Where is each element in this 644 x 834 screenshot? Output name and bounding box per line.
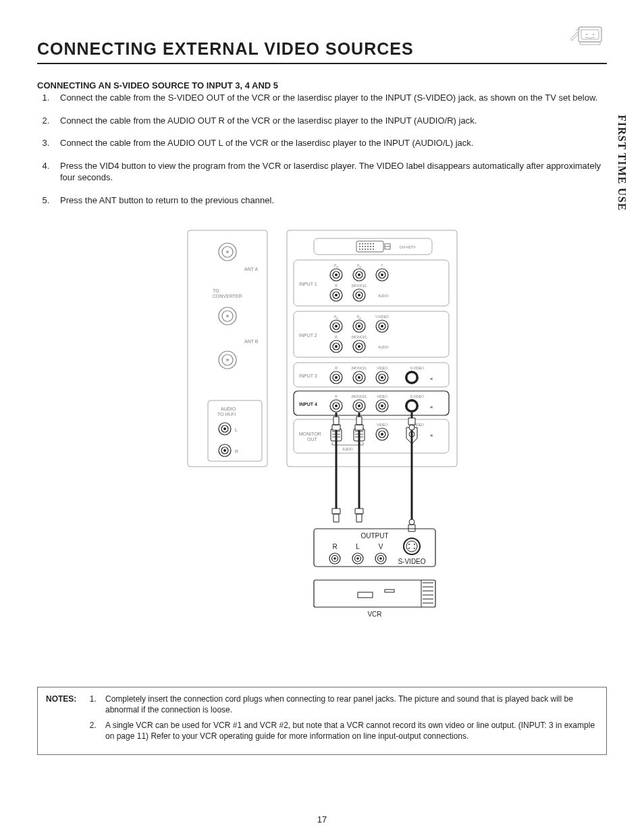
label-r: R bbox=[235, 449, 238, 454]
label-ant-a: ANT A bbox=[244, 267, 258, 271]
svg-rect-35 bbox=[365, 246, 366, 247]
svg-text:TOCONVERTER: TOCONVERTER bbox=[213, 288, 242, 298]
note-item: Completely insert the connection cord pl… bbox=[99, 694, 598, 715]
svg-rect-28 bbox=[362, 243, 363, 244]
svg-point-156 bbox=[406, 541, 417, 552]
svg-rect-0 bbox=[579, 27, 601, 42]
svg-point-98 bbox=[335, 376, 338, 379]
label-ant-b: ANT B bbox=[244, 339, 259, 344]
page-number: 17 bbox=[0, 814, 644, 825]
label-input4: INPUT 4 bbox=[299, 402, 317, 407]
svg-rect-161 bbox=[314, 580, 435, 607]
svg-text:◄: ◄ bbox=[429, 376, 433, 381]
svg-rect-41 bbox=[365, 249, 366, 250]
svg-point-133 bbox=[381, 433, 383, 436]
svg-rect-32 bbox=[373, 243, 374, 244]
svg-text:R: R bbox=[332, 543, 337, 550]
svg-point-23 bbox=[223, 449, 226, 452]
svg-point-89 bbox=[358, 345, 360, 348]
side-tab: FIRST TIME USE bbox=[616, 115, 628, 211]
svg-text:◄: ◄ bbox=[429, 405, 433, 409]
notes-list: Completely insert the connection cord pl… bbox=[86, 694, 598, 747]
notes-box: NOTES: Completely insert the connection … bbox=[37, 687, 607, 754]
svg-text:Y: Y bbox=[381, 263, 383, 267]
svg-point-78 bbox=[358, 325, 360, 328]
svg-point-118 bbox=[358, 405, 360, 407]
step-item: Connect the cable from the AUDIO OUT R o… bbox=[52, 115, 607, 127]
svg-text:R: R bbox=[335, 284, 338, 288]
svg-rect-31 bbox=[370, 243, 371, 244]
svg-point-154 bbox=[379, 557, 382, 560]
svg-rect-40 bbox=[362, 249, 363, 250]
svg-text:(MONO)/L: (MONO)/L bbox=[351, 366, 367, 370]
svg-text:R: R bbox=[335, 335, 338, 339]
svg-point-12 bbox=[226, 315, 229, 317]
svg-point-104 bbox=[381, 376, 383, 379]
svg-text:AUDIOTO HI-FI: AUDIOTO HI-FI bbox=[217, 407, 236, 417]
svg-text:VIDEO: VIDEO bbox=[377, 394, 387, 398]
svg-point-67 bbox=[358, 294, 360, 296]
svg-text:PB: PB bbox=[356, 263, 360, 269]
svg-text:(MONO)/L: (MONO)/L bbox=[351, 335, 367, 339]
svg-point-123 bbox=[407, 401, 417, 411]
svg-rect-27 bbox=[359, 243, 360, 244]
svg-text:PR: PR bbox=[333, 263, 338, 269]
svg-text:AUDIO: AUDIO bbox=[378, 345, 389, 349]
svg-text:VIDEO: VIDEO bbox=[377, 423, 387, 427]
svg-rect-1 bbox=[581, 30, 599, 39]
svg-point-2 bbox=[586, 34, 587, 35]
svg-rect-30 bbox=[367, 243, 369, 244]
svg-rect-34 bbox=[362, 246, 363, 247]
svg-text:PR: PR bbox=[333, 315, 338, 320]
svg-point-8 bbox=[226, 251, 229, 253]
label-to: TO bbox=[213, 288, 219, 293]
svg-rect-39 bbox=[359, 249, 360, 250]
svg-point-159 bbox=[408, 548, 410, 549]
svg-rect-44 bbox=[373, 249, 374, 250]
step-item: Press the ANT button to return to the pr… bbox=[52, 194, 607, 207]
svg-point-20 bbox=[223, 427, 226, 430]
svg-point-56 bbox=[358, 273, 360, 276]
label-l: L bbox=[235, 427, 238, 432]
label-input3: INPUT 3 bbox=[299, 373, 317, 378]
svg-text:MONITOROUT: MONITOROUT bbox=[299, 432, 321, 442]
step-item: Press the VID4 button to view the progra… bbox=[52, 160, 607, 184]
label-input1: INPUT 1 bbox=[299, 282, 317, 286]
svg-text:AUDIO: AUDIO bbox=[342, 447, 353, 451]
svg-point-157 bbox=[408, 544, 410, 545]
svg-text:(MONO)/L: (MONO)/L bbox=[351, 394, 367, 398]
svg-point-64 bbox=[335, 294, 338, 296]
svg-point-121 bbox=[381, 405, 383, 407]
svg-point-81 bbox=[381, 325, 383, 328]
svg-point-86 bbox=[335, 345, 338, 348]
svg-point-148 bbox=[333, 557, 336, 560]
svg-text:S-VIDEO: S-VIDEO bbox=[410, 366, 424, 370]
svg-point-140 bbox=[409, 425, 414, 430]
label-svideo-vcr: S-VIDEO bbox=[398, 558, 425, 565]
label-dvi: DVI-HDTV bbox=[400, 245, 416, 249]
svg-text:(MONO)/L: (MONO)/L bbox=[351, 284, 367, 288]
svg-point-15 bbox=[226, 359, 229, 361]
svg-point-158 bbox=[414, 544, 415, 545]
svg-text:PB: PB bbox=[356, 315, 360, 320]
label-input2: INPUT 2 bbox=[299, 333, 317, 338]
svg-point-160 bbox=[414, 548, 415, 549]
svg-text:◄: ◄ bbox=[429, 433, 433, 438]
svg-point-3 bbox=[593, 34, 594, 35]
label-vcr: VCR bbox=[367, 610, 381, 618]
svg-point-59 bbox=[381, 273, 383, 276]
svg-rect-163 bbox=[385, 590, 394, 592]
svg-rect-162 bbox=[358, 592, 373, 598]
tv-corner-icon bbox=[566, 20, 607, 51]
svg-text:R: R bbox=[335, 394, 338, 398]
svg-rect-33 bbox=[359, 246, 360, 247]
step-item: Connect the cable from the S-VIDEO OUT o… bbox=[52, 92, 607, 104]
svg-point-101 bbox=[358, 376, 360, 379]
svg-text:L: L bbox=[356, 543, 360, 550]
step-item: Connect the cable from the AUDIO OUT L o… bbox=[52, 137, 607, 149]
svg-rect-38 bbox=[373, 246, 374, 247]
svg-point-53 bbox=[335, 273, 338, 276]
svg-point-115 bbox=[335, 405, 338, 407]
svg-text:AUDIO: AUDIO bbox=[378, 294, 389, 298]
svg-point-141 bbox=[409, 519, 414, 525]
